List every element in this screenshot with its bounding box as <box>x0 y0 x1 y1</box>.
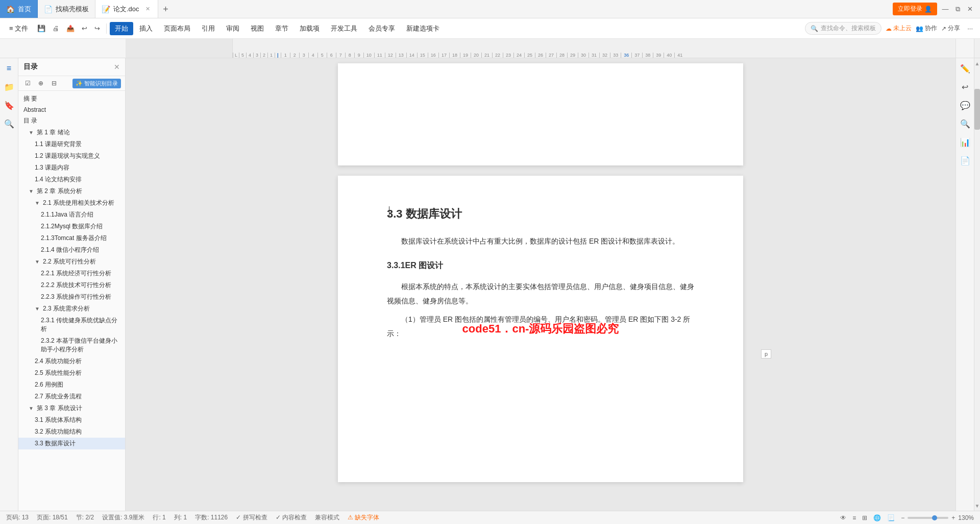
register-button[interactable]: 立即登录 👤 <box>893 3 937 15</box>
tab-doc-close[interactable]: ✕ <box>144 6 152 13</box>
toc-item-ch2-1-1[interactable]: 2.1.1Java 语言介绍 <box>18 209 125 221</box>
scrollbar-thumb[interactable] <box>974 89 980 130</box>
menu-review[interactable]: 审阅 <box>221 22 244 35</box>
more-options-button[interactable]: ··· <box>964 22 976 34</box>
ai-toc-button[interactable]: ✨ 智能识别目录 <box>72 79 121 88</box>
minimize-button[interactable]: — <box>941 5 949 13</box>
toc-item-ch3[interactable]: ▼ 第 3 章 系统设计 <box>18 402 125 414</box>
tab-doc[interactable]: 📝 论文.doc ✕ <box>95 0 158 18</box>
status-contentcheck[interactable]: ✓ 内容检查 <box>276 513 307 522</box>
view-mode-icon-1[interactable]: 👁 <box>840 514 846 521</box>
collapse-icon[interactable]: ▼ <box>35 306 41 312</box>
toc-item-ch1-1[interactable]: 1.1 课题研究背景 <box>18 138 125 150</box>
scrollbar-up[interactable]: ▲ <box>974 58 980 68</box>
menu-chapter[interactable]: 章节 <box>270 22 293 35</box>
toolbar-print[interactable]: 🖨 <box>50 22 62 34</box>
sidebar-bookmark-icon[interactable]: 🔖 <box>2 98 16 112</box>
toc-item-ch1-4[interactable]: 1.4 论文结构安排 <box>18 174 125 185</box>
toc-item-ch1-2[interactable]: 1.2 课题现状与实现意义 <box>18 150 125 162</box>
sidebar-collapse-icon[interactable]: ⊟ <box>49 78 59 88</box>
toc-item-abstract-zh[interactable]: 摘 要 <box>18 93 125 105</box>
sidebar-files-icon[interactable]: 📁 <box>2 80 16 94</box>
toc-item-ch2-1-2[interactable]: 2.1.2Mysql 数据库介绍 <box>18 221 125 232</box>
menu-ref[interactable]: 引用 <box>197 22 220 35</box>
view-mode-icon-4[interactable]: 🌐 <box>873 514 881 521</box>
toc-item-ch2-2-1[interactable]: 2.2.1 系统经济可行性分析 <box>18 268 125 279</box>
sidebar-search-icon[interactable]: 🔍 <box>2 116 16 131</box>
toc-item-ch2[interactable]: ▼ 第 2 章 系统分析 <box>18 185 125 197</box>
cloud-status[interactable]: ☁ 未上云 <box>886 24 912 33</box>
menu-layout[interactable]: 页面布局 <box>159 22 195 35</box>
status-spellcheck[interactable]: ✓ 拼写检查 <box>236 513 267 522</box>
sidebar-toc-icon[interactable]: ≡ <box>2 61 16 76</box>
scrollbar-down[interactable]: ▼ <box>974 501 980 511</box>
toc-item-ch3-2[interactable]: 3.2 系统功能结构 <box>18 426 125 438</box>
menu-view[interactable]: 视图 <box>246 22 269 35</box>
toc-item-ch2-1[interactable]: ▼ 2.1 系统使用相关技术分析 <box>18 197 125 209</box>
toc-item-ch2-2[interactable]: ▼ 2.2 系统可行性分析 <box>18 256 125 268</box>
zoom-slider-thumb[interactable] <box>932 515 937 520</box>
close-button[interactable]: ✕ <box>966 5 974 13</box>
new-tab-button[interactable]: + <box>158 0 174 18</box>
right-panel-undo-icon[interactable]: ↩ <box>958 80 972 94</box>
toc-item-ch2-3-2[interactable]: 2.3.2 本基于微信平台健身小助手小程序分析 <box>18 335 125 355</box>
right-panel-doc-icon[interactable]: 📄 <box>958 153 972 168</box>
scrollbar[interactable]: ▲ ▼ <box>974 58 980 511</box>
tab-home[interactable]: 🏠 首页 <box>0 0 38 18</box>
menu-devtool[interactable]: 开发工具 <box>326 22 362 35</box>
menu-additem[interactable]: 加载项 <box>295 22 325 35</box>
menu-start[interactable]: 开始 <box>110 22 133 35</box>
right-panel-edit-icon[interactable]: ✏️ <box>958 61 972 76</box>
sidebar-check-icon[interactable]: ☑ <box>22 78 33 88</box>
collapse-icon[interactable]: ▼ <box>35 200 41 206</box>
toc-item-ch1-3[interactable]: 1.3 课题内容 <box>18 162 125 174</box>
view-mode-icon-2[interactable]: ≡ <box>852 514 856 521</box>
toc-item-label: 2.4 系统功能分析 <box>35 357 82 366</box>
document-area[interactable]: code51．cn-源码乐园盗图必究 3.3 数据库设计 数据库设计在系统设计中… <box>126 58 955 511</box>
right-panel-chart-icon[interactable]: 📊 <box>958 135 972 149</box>
collapse-icon[interactable]: ▼ <box>29 406 35 411</box>
tab-template[interactable]: 📄 找稿壳模板 <box>38 0 95 18</box>
toolbar-export[interactable]: 📤 <box>63 22 78 34</box>
collapse-icon[interactable]: ▼ <box>29 130 35 135</box>
toc-item-ch2-1-4[interactable]: 2.1.4 微信小程序介绍 <box>18 244 125 256</box>
menu-insert[interactable]: 插入 <box>134 22 158 35</box>
collab-button[interactable]: 👥 协作 <box>916 24 937 33</box>
toc-item-toc[interactable]: 目 录 <box>18 115 125 127</box>
toolbar-save[interactable]: 💾 <box>34 22 48 34</box>
maximize-button[interactable]: ⧉ <box>953 5 962 13</box>
zoom-out-button[interactable]: − <box>901 514 904 521</box>
search-box[interactable]: 🔍 查找命令、搜索模板 <box>805 22 881 35</box>
toc-item-ch2-2-3[interactable]: 2.2.3 系统操作可行性分析 <box>18 291 125 303</box>
menu-vip[interactable]: 会员专享 <box>363 22 400 35</box>
toc-item-ch2-2-2[interactable]: 2.2.2 系统技术可行性分析 <box>18 279 125 291</box>
collapse-icon[interactable]: ▼ <box>35 259 41 265</box>
toc-item-ch1[interactable]: ▼ 第 1 章 绪论 <box>18 127 125 138</box>
view-mode-icon-3[interactable]: ⊞ <box>862 514 867 521</box>
toc-item-ch3-3[interactable]: 3.3 数据库设计 <box>18 438 125 449</box>
share-button[interactable]: ↗ 分享 <box>941 24 960 33</box>
toc-item-abstract-en[interactable]: Abstract <box>18 105 125 115</box>
right-panel-comment-icon[interactable]: 💬 <box>958 98 972 112</box>
status-fontissue[interactable]: ⚠ 缺失字体 <box>348 513 379 522</box>
toc-item-ch2-3[interactable]: ▼ 2.3 系统需求分析 <box>18 303 125 315</box>
toc-item-ch2-1-3[interactable]: 2.1.3Tomcat 服务器介绍 <box>18 232 125 244</box>
toc-item-ch2-3-1[interactable]: 2.3.1 传统健身系统优缺点分析 <box>18 315 125 335</box>
toc-item-ch2-4[interactable]: 2.4 系统功能分析 <box>18 355 125 367</box>
status-bar: 页码: 13 页面: 18/51 节: 2/2 设置值: 3.9厘米 行: 1 … <box>0 511 980 524</box>
menu-file[interactable]: ≡ 文件 <box>4 22 33 35</box>
toolbar-redo[interactable]: ↪ <box>91 22 103 34</box>
view-mode-icon-5[interactable]: 📃 <box>887 514 895 521</box>
zoom-in-button[interactable]: + <box>951 514 955 521</box>
toc-item-ch2-6[interactable]: 2.6 用例图 <box>18 379 125 391</box>
toc-item-ch2-7[interactable]: 2.7 系统业务流程 <box>18 391 125 402</box>
toc-item-ch2-5[interactable]: 2.5 系统性能分析 <box>18 367 125 379</box>
sidebar-expand-icon[interactable]: ⊕ <box>36 78 46 88</box>
toc-item-ch3-1[interactable]: 3.1 系统体系结构 <box>18 414 125 426</box>
zoom-slider[interactable] <box>908 517 948 519</box>
sidebar-close-button[interactable]: ✕ <box>114 63 120 71</box>
menu-newselect[interactable]: 新建选项卡 <box>401 22 445 35</box>
right-panel-search-icon[interactable]: 🔍 <box>958 116 972 131</box>
toolbar-undo[interactable]: ↩ <box>79 22 90 34</box>
collapse-icon[interactable]: ▼ <box>29 188 35 194</box>
